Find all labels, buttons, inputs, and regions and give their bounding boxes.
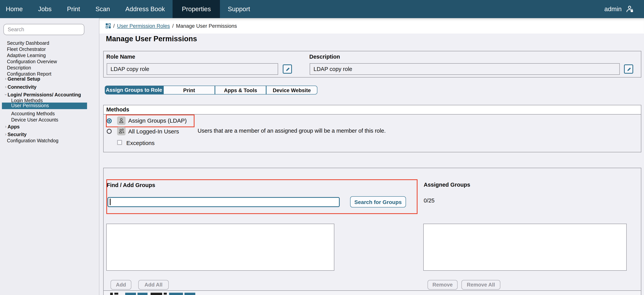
cutoff-row [104,290,641,295]
methods-panel: Methods Assign Groups (LDAP) All Lo [103,105,641,152]
nav-item-print[interactable]: Print [59,0,88,18]
nav-item-home[interactable]: Home [0,0,30,18]
add-all-button[interactable]: Add All [138,280,169,289]
assigned-groups-count: 0/25 [424,197,434,204]
methods-note: Users that are a member of an assigned g… [198,128,386,134]
sidebar-item-label: Apps [8,124,20,130]
chevron-right-icon: › [5,132,6,137]
sidebar-item-label: Login/ Permissions/ Accounting [8,92,81,98]
add-button[interactable]: Add [110,280,131,289]
sidebar-item-apps[interactable]: ›Apps [5,124,20,130]
radio-label-all-logged-in-users[interactable]: All Logged-In Users [128,128,179,135]
top-nav: Home Jobs Print Scan Address Book Proper… [0,0,644,18]
assigned-groups-label: Assigned Groups [424,182,470,188]
nav-item-address-book[interactable]: Address Book [118,0,172,18]
sidebar-item-user-permissions[interactable]: User Permissions [2,103,87,109]
tab-device-website[interactable]: Device Website [266,85,318,94]
chevron-right-icon: › [5,124,6,130]
breadcrumb-separator: / [172,23,174,29]
sidebar-item-label: Security [8,132,26,137]
assigned-groups-list[interactable] [423,224,627,271]
radio-all-logged-in-users[interactable] [107,129,112,134]
search-for-groups-button[interactable]: Search for Groups [350,196,406,207]
chevron-right-icon: › [5,84,6,90]
page: Home Jobs Print Scan Address Book Proper… [0,0,644,295]
exceptions-label[interactable]: Exceptions [126,140,155,146]
breadcrumb-link-user-permission-roles[interactable]: User Permission Roles [117,23,170,29]
breadcrumb: / User Permission Roles / Manage User Pe… [99,18,644,34]
sidebar: Security Dashboard Fleet Orchestrator Ad… [0,18,99,295]
role-name-label: Role Name [106,54,135,60]
description-field[interactable] [310,63,620,75]
radio-assign-groups-ldap[interactable] [107,118,112,123]
edit-role-name-button[interactable] [283,64,292,74]
chevron-down-icon: › [3,94,9,95]
find-groups-input[interactable] [108,197,340,207]
breadcrumb-separator: / [113,23,115,29]
sidebar-item-fleet-orchestrator[interactable]: Fleet Orchestrator [7,47,46,53]
sidebar-item-description[interactable]: Description [7,65,31,71]
groups-panel: Find / Add Groups Search for Groups Assi… [103,168,641,295]
pencil-icon [284,66,290,72]
description-label: Description [309,54,340,60]
remove-all-button[interactable]: Remove All [462,280,500,289]
role-panel: Role Name Description [103,51,641,78]
tab-print[interactable]: Print [163,85,215,94]
main-content: Manage User Permissions Role Name Descri… [99,34,644,295]
chevron-right-icon: › [5,76,6,82]
nav-item-jobs[interactable]: Jobs [30,0,59,18]
edit-description-button[interactable] [624,64,633,74]
single-user-icon [117,116,126,125]
sidebar-item-connectivity[interactable]: ›Connectivity [5,85,36,90]
exceptions-checkbox[interactable] [117,140,122,145]
dashboard-grid-icon[interactable] [106,23,111,29]
radio-label-assign-groups-ldap[interactable]: Assign Groups (LDAP) [128,117,186,124]
sidebar-item-general-setup[interactable]: ›General Setup [5,76,40,82]
nav-item-support[interactable]: Support [220,0,258,18]
user-menu[interactable]: admin [604,0,634,18]
sidebar-item-label: General Setup [8,76,40,82]
sidebar-item-device-user-accounts[interactable]: Device User Accounts [11,117,58,123]
sidebar-item-adaptive-learning[interactable]: Adaptive Learning [7,53,46,59]
tab-apps-and-tools[interactable]: Apps & Tools [215,85,266,94]
tab-assign-groups-to-role[interactable]: Assign Groups to Role [104,85,163,94]
username-label: admin [604,6,622,13]
sidebar-search-input[interactable] [4,24,84,35]
remove-button[interactable]: Remove [428,280,458,289]
sidebar-item-label: Connectivity [8,85,36,90]
find-add-groups-label: Find / Add Groups [107,182,155,188]
nav-item-properties[interactable]: Properties [172,0,220,18]
pencil-icon [626,66,632,72]
user-lock-icon [626,5,634,13]
text-caret [110,199,110,205]
sidebar-item-security-dashboard[interactable]: Security Dashboard [7,41,49,46]
role-name-field[interactable] [107,63,278,75]
sidebar-item-security[interactable]: ›Security [5,132,26,138]
sidebar-item-configuration-overview[interactable]: Configuration Overview [7,59,57,65]
breadcrumb-current: Manage User Permissions [176,23,237,29]
found-groups-list[interactable] [106,224,334,271]
nav-item-scan[interactable]: Scan [88,0,118,18]
sidebar-item-accounting-methods[interactable]: Accounting Methods [11,111,55,117]
sidebar-item-configuration-watchdog[interactable]: Configuration Watchdog [7,138,58,144]
sidebar-item-login-permissions-accounting[interactable]: ›Login/ Permissions/ Accounting [5,92,81,98]
methods-header: Methods [104,105,641,115]
page-title: Manage User Permissions [106,35,197,43]
group-users-icon [117,127,126,135]
